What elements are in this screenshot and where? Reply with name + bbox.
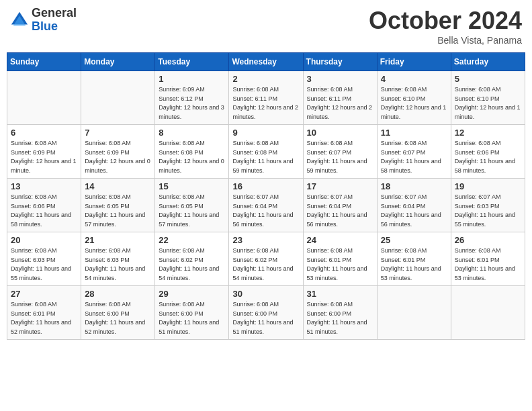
day-info: Sunrise: 6:08 AM Sunset: 6:10 PM Dayligh…	[381, 85, 447, 122]
day-info: Sunrise: 6:08 AM Sunset: 6:01 PM Dayligh…	[381, 246, 447, 283]
day-info: Sunrise: 6:08 AM Sunset: 6:00 PM Dayligh…	[85, 300, 151, 336]
day-header: Saturday	[451, 53, 525, 71]
day-info: Sunrise: 6:08 AM Sunset: 6:03 PM Dayligh…	[85, 246, 151, 283]
day-info: Sunrise: 6:08 AM Sunset: 6:00 PM Dayligh…	[232, 300, 299, 336]
day-header: Tuesday	[155, 53, 229, 71]
calendar-cell: 6Sunrise: 6:08 AM Sunset: 6:09 PM Daylig…	[7, 125, 81, 179]
day-number: 28	[85, 289, 151, 299]
calendar-cell: 13Sunrise: 6:08 AM Sunset: 6:06 PM Dayli…	[7, 179, 81, 232]
day-info: Sunrise: 6:08 AM Sunset: 6:07 PM Dayligh…	[307, 139, 373, 175]
day-info: Sunrise: 6:08 AM Sunset: 6:00 PM Dayligh…	[307, 300, 373, 336]
day-info: Sunrise: 6:08 AM Sunset: 6:05 PM Dayligh…	[159, 193, 225, 229]
day-info: Sunrise: 6:08 AM Sunset: 6:02 PM Dayligh…	[159, 246, 225, 283]
calendar-cell: 9Sunrise: 6:08 AM Sunset: 6:08 PM Daylig…	[229, 125, 303, 179]
calendar-cell: 15Sunrise: 6:08 AM Sunset: 6:05 PM Dayli…	[155, 179, 229, 232]
calendar-cell: 11Sunrise: 6:08 AM Sunset: 6:07 PM Dayli…	[377, 125, 451, 179]
calendar-cell: 4Sunrise: 6:08 AM Sunset: 6:10 PM Daylig…	[377, 71, 451, 125]
calendar-cell: 26Sunrise: 6:08 AM Sunset: 6:01 PM Dayli…	[451, 232, 525, 286]
day-number: 18	[381, 181, 447, 191]
calendar-week-row: 1Sunrise: 6:09 AM Sunset: 6:12 PM Daylig…	[7, 71, 525, 125]
day-info: Sunrise: 6:07 AM Sunset: 6:04 PM Dayligh…	[381, 193, 447, 229]
day-number: 15	[159, 181, 225, 191]
day-info: Sunrise: 6:08 AM Sunset: 6:03 PM Dayligh…	[11, 246, 77, 283]
calendar-week-row: 13Sunrise: 6:08 AM Sunset: 6:06 PM Dayli…	[7, 179, 525, 232]
calendar-cell: 8Sunrise: 6:08 AM Sunset: 6:08 PM Daylig…	[155, 125, 229, 179]
day-info: Sunrise: 6:08 AM Sunset: 6:00 PM Dayligh…	[159, 300, 225, 336]
day-number: 24	[307, 235, 373, 245]
day-number: 26	[455, 235, 521, 245]
logo-blue: Blue	[32, 19, 58, 33]
calendar-header-row: SundayMondayTuesdayWednesdayThursdayFrid…	[7, 53, 525, 71]
day-header: Monday	[81, 53, 155, 71]
calendar-cell: 27Sunrise: 6:08 AM Sunset: 6:01 PM Dayli…	[7, 286, 81, 340]
day-number: 1	[159, 74, 225, 84]
page-header: General Blue October 2024 Bella Vista, P…	[7, 7, 525, 46]
day-number: 29	[159, 289, 225, 299]
calendar-cell: 5Sunrise: 6:08 AM Sunset: 6:10 PM Daylig…	[451, 71, 525, 125]
day-info: Sunrise: 6:08 AM Sunset: 6:05 PM Dayligh…	[85, 193, 151, 229]
calendar-cell: 31Sunrise: 6:08 AM Sunset: 6:00 PM Dayli…	[303, 286, 377, 340]
calendar-cell: 20Sunrise: 6:08 AM Sunset: 6:03 PM Dayli…	[7, 232, 81, 286]
calendar-cell: 17Sunrise: 6:07 AM Sunset: 6:04 PM Dayli…	[303, 179, 377, 232]
day-number: 16	[232, 181, 299, 191]
day-number: 14	[85, 181, 151, 191]
day-info: Sunrise: 6:08 AM Sunset: 6:08 PM Dayligh…	[232, 139, 299, 175]
calendar-cell: 22Sunrise: 6:08 AM Sunset: 6:02 PM Dayli…	[155, 232, 229, 286]
day-number: 22	[159, 235, 225, 245]
day-header: Thursday	[303, 53, 377, 71]
day-number: 31	[307, 289, 373, 299]
calendar-cell: 16Sunrise: 6:07 AM Sunset: 6:04 PM Dayli…	[229, 179, 303, 232]
day-number: 5	[455, 74, 521, 84]
day-info: Sunrise: 6:08 AM Sunset: 6:11 PM Dayligh…	[307, 85, 373, 122]
day-info: Sunrise: 6:08 AM Sunset: 6:09 PM Dayligh…	[85, 139, 151, 175]
day-number: 13	[11, 181, 77, 191]
calendar-cell: 25Sunrise: 6:08 AM Sunset: 6:01 PM Dayli…	[377, 232, 451, 286]
calendar-cell: 19Sunrise: 6:07 AM Sunset: 6:03 PM Dayli…	[451, 179, 525, 232]
day-number: 8	[159, 128, 225, 138]
calendar-cell: 2Sunrise: 6:08 AM Sunset: 6:11 PM Daylig…	[229, 71, 303, 125]
calendar-week-row: 6Sunrise: 6:08 AM Sunset: 6:09 PM Daylig…	[7, 125, 525, 179]
calendar-cell: 12Sunrise: 6:08 AM Sunset: 6:06 PM Dayli…	[451, 125, 525, 179]
day-info: Sunrise: 6:07 AM Sunset: 6:03 PM Dayligh…	[455, 193, 521, 229]
calendar-cell	[377, 286, 451, 340]
day-info: Sunrise: 6:08 AM Sunset: 6:06 PM Dayligh…	[11, 193, 77, 229]
day-info: Sunrise: 6:08 AM Sunset: 6:11 PM Dayligh…	[232, 85, 299, 122]
calendar-cell: 1Sunrise: 6:09 AM Sunset: 6:12 PM Daylig…	[155, 71, 229, 125]
calendar-cell: 28Sunrise: 6:08 AM Sunset: 6:00 PM Dayli…	[81, 286, 155, 340]
calendar-cell: 23Sunrise: 6:08 AM Sunset: 6:02 PM Dayli…	[229, 232, 303, 286]
calendar-body: 1Sunrise: 6:09 AM Sunset: 6:12 PM Daylig…	[7, 71, 525, 340]
day-info: Sunrise: 6:07 AM Sunset: 6:04 PM Dayligh…	[307, 193, 373, 229]
day-info: Sunrise: 6:08 AM Sunset: 6:01 PM Dayligh…	[307, 246, 373, 283]
title-block: October 2024 Bella Vista, Panama	[369, 7, 522, 46]
calendar-table: SundayMondayTuesdayWednesdayThursdayFrid…	[7, 52, 525, 340]
day-header: Sunday	[7, 53, 81, 71]
day-info: Sunrise: 6:08 AM Sunset: 6:06 PM Dayligh…	[455, 139, 521, 175]
calendar-cell: 3Sunrise: 6:08 AM Sunset: 6:11 PM Daylig…	[303, 71, 377, 125]
calendar-cell	[81, 71, 155, 125]
day-number: 25	[381, 235, 447, 245]
calendar-cell: 21Sunrise: 6:08 AM Sunset: 6:03 PM Dayli…	[81, 232, 155, 286]
day-number: 3	[307, 74, 373, 84]
day-info: Sunrise: 6:08 AM Sunset: 6:08 PM Dayligh…	[159, 139, 225, 175]
day-number: 17	[307, 181, 373, 191]
day-info: Sunrise: 6:07 AM Sunset: 6:04 PM Dayligh…	[232, 193, 299, 229]
day-number: 27	[11, 289, 77, 299]
day-number: 30	[232, 289, 299, 299]
day-number: 23	[232, 235, 299, 245]
day-number: 19	[455, 181, 521, 191]
day-number: 2	[232, 74, 299, 84]
day-number: 10	[307, 128, 373, 138]
calendar-cell: 24Sunrise: 6:08 AM Sunset: 6:01 PM Dayli…	[303, 232, 377, 286]
calendar-cell	[451, 286, 525, 340]
day-number: 7	[85, 128, 151, 138]
day-info: Sunrise: 6:08 AM Sunset: 6:02 PM Dayligh…	[232, 246, 299, 283]
calendar-cell: 14Sunrise: 6:08 AM Sunset: 6:05 PM Dayli…	[81, 179, 155, 232]
day-info: Sunrise: 6:08 AM Sunset: 6:01 PM Dayligh…	[455, 246, 521, 283]
day-header: Friday	[377, 53, 451, 71]
day-info: Sunrise: 6:09 AM Sunset: 6:12 PM Dayligh…	[159, 85, 225, 122]
logo-icon	[10, 11, 29, 30]
day-number: 9	[232, 128, 299, 138]
calendar-cell: 18Sunrise: 6:07 AM Sunset: 6:04 PM Dayli…	[377, 179, 451, 232]
day-number: 12	[455, 128, 521, 138]
day-info: Sunrise: 6:08 AM Sunset: 6:10 PM Dayligh…	[455, 85, 521, 122]
